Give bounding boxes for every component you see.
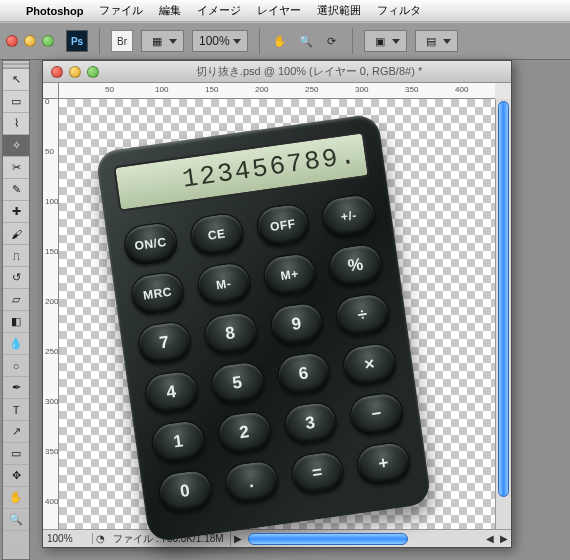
pen-tool[interactable]: ✒	[3, 377, 29, 399]
toolbox-grip[interactable]	[3, 61, 29, 69]
calc-key-m: M+	[261, 251, 319, 298]
calc-key-off: OFF	[254, 202, 312, 249]
wand-tool[interactable]: ✧	[3, 135, 29, 157]
zoom-tool-icon[interactable]: 🔍	[297, 32, 315, 50]
ruler-tick: 250	[45, 347, 58, 356]
chevron-down-icon	[233, 39, 241, 44]
horizontal-ruler[interactable]: 050100150200250300350400	[59, 83, 495, 99]
zoom-tool[interactable]: 🔍	[3, 509, 29, 531]
toolbox: ↖▭⌇✧✂✎✚🖌⎍↺▱◧💧○✒T↗▭✥✋🔍	[2, 60, 30, 560]
marquee-tool[interactable]: ▭	[3, 91, 29, 113]
calc-key-: %	[327, 242, 385, 289]
zoom-level-dropdown[interactable]: 100%	[192, 30, 248, 52]
history-brush-tool[interactable]: ↺	[3, 267, 29, 289]
shape-tool[interactable]: ▭	[3, 443, 29, 465]
3d-tool[interactable]: ✥	[3, 465, 29, 487]
calc-key-mrc: MRC	[129, 270, 187, 317]
doc-info-icon[interactable]: ◔	[93, 533, 107, 544]
status-menu-icon[interactable]: ▶	[231, 533, 245, 544]
scroll-left-icon[interactable]: ◀	[483, 533, 497, 544]
healing-tool[interactable]: ✚	[3, 201, 29, 223]
screen-mode-button[interactable]: ▣	[364, 30, 407, 52]
workspace: ↖▭⌇✧✂✎✚🖌⎍↺▱◧💧○✒T↗▭✥✋🔍 切り抜き.psd @ 100% (レ…	[0, 60, 570, 560]
doc-minimize-icon[interactable]	[69, 66, 81, 78]
extras-button[interactable]: ▤	[415, 30, 458, 52]
menu-filter[interactable]: フィルタ	[377, 3, 421, 18]
status-bar: 100% ◔ ファイル : 750.0K/1.18M ▶ ◀ ▶	[43, 529, 511, 547]
doc-close-icon[interactable]	[51, 66, 63, 78]
calc-key-4: 4	[143, 369, 201, 416]
arrange-documents-button[interactable]: ▦	[141, 30, 184, 52]
window-zoom-icon[interactable]	[42, 35, 54, 47]
ruler-tick: 350	[405, 85, 418, 94]
ruler-tick: 150	[205, 85, 218, 94]
calc-key-2: 2	[216, 409, 274, 456]
document-titlebar[interactable]: 切り抜き.psd @ 100% (レイヤー 0, RGB/8#) *	[43, 61, 511, 83]
gradient-tool[interactable]: ◧	[3, 311, 29, 333]
ruler-tick: 200	[255, 85, 268, 94]
calc-key-: .	[223, 459, 281, 506]
calc-key-8: 8	[202, 310, 260, 357]
ruler-tick: 200	[45, 297, 58, 306]
app-bar: Ps Br ▦ 100% ✋ 🔍 ⟳ ▣ ▤	[0, 22, 570, 60]
brush-tool[interactable]: 🖌	[3, 223, 29, 245]
screen-icon: ▣	[371, 32, 389, 50]
window-minimize-icon[interactable]	[24, 35, 36, 47]
window-close-icon[interactable]	[6, 35, 18, 47]
lasso-tool[interactable]: ⌇	[3, 113, 29, 135]
dodge-tool[interactable]: ○	[3, 355, 29, 377]
rotate-view-icon[interactable]: ⟳	[323, 32, 341, 50]
calc-key-: ÷	[334, 292, 392, 339]
ruler-tick: 400	[455, 85, 468, 94]
calc-key-7: 7	[136, 319, 194, 366]
menu-image[interactable]: イメージ	[197, 3, 241, 18]
horizontal-scrollbar[interactable]	[248, 532, 480, 546]
calc-key-: +/-	[320, 193, 378, 240]
menu-edit[interactable]: 編集	[159, 3, 181, 18]
eyedropper-tool[interactable]: ✎	[3, 179, 29, 201]
calc-key-0: 0	[156, 468, 214, 515]
crop-tool[interactable]: ✂	[3, 157, 29, 179]
zoom-value: 100%	[199, 34, 230, 48]
ruler-tick: 50	[105, 85, 114, 94]
calc-key-: =	[289, 449, 347, 496]
calc-key-m: M-	[195, 261, 253, 308]
status-label: ファイル :	[113, 533, 159, 544]
ruler-tick: 300	[45, 397, 58, 406]
vertical-scrollbar[interactable]	[495, 99, 511, 529]
vertical-ruler[interactable]: 050100150200250300350400	[43, 99, 59, 529]
calc-key-onc: ON/C	[122, 220, 180, 267]
ruler-tick: 100	[155, 85, 168, 94]
eraser-tool[interactable]: ▱	[3, 289, 29, 311]
ruler-origin[interactable]	[43, 83, 59, 99]
document-title: 切り抜き.psd @ 100% (レイヤー 0, RGB/8#) *	[107, 64, 511, 79]
blur-tool[interactable]: 💧	[3, 333, 29, 355]
doc-zoom-icon[interactable]	[87, 66, 99, 78]
type-tool[interactable]: T	[3, 399, 29, 421]
ruler-tick: 0	[45, 99, 49, 106]
ruler-tick: 350	[45, 447, 58, 456]
scroll-right-icon[interactable]: ▶	[497, 533, 511, 544]
canvas[interactable]: 123456789. ON/CCEOFF+/-MRCM-M+%789÷456×1…	[59, 99, 495, 529]
horizontal-scroll-thumb[interactable]	[248, 533, 408, 545]
calc-key-1: 1	[150, 418, 208, 465]
calc-key-9: 9	[268, 301, 326, 348]
ruler-icon: ▤	[422, 32, 440, 50]
hand-tool-icon[interactable]: ✋	[271, 32, 289, 50]
stamp-tool[interactable]: ⎍	[3, 245, 29, 267]
system-menubar: Photoshop ファイル 編集 イメージ レイヤー 選択範囲 フィルタ	[0, 0, 570, 22]
vertical-scroll-thumb[interactable]	[498, 101, 509, 497]
menu-layer[interactable]: レイヤー	[257, 3, 301, 18]
app-name[interactable]: Photoshop	[26, 5, 83, 17]
document-window: 切り抜き.psd @ 100% (レイヤー 0, RGB/8#) * 05010…	[42, 60, 512, 548]
calc-key-3: 3	[282, 400, 340, 447]
hand-tool[interactable]: ✋	[3, 487, 29, 509]
bridge-button[interactable]: Br	[111, 30, 133, 52]
ps-logo-icon: Ps	[66, 30, 88, 52]
move-tool[interactable]: ↖	[3, 69, 29, 91]
menu-file[interactable]: ファイル	[99, 3, 143, 18]
menu-select[interactable]: 選択範囲	[317, 3, 361, 18]
zoom-percent-field[interactable]: 100%	[43, 533, 93, 544]
path-select-tool[interactable]: ↗	[3, 421, 29, 443]
calc-key-6: 6	[275, 350, 333, 397]
